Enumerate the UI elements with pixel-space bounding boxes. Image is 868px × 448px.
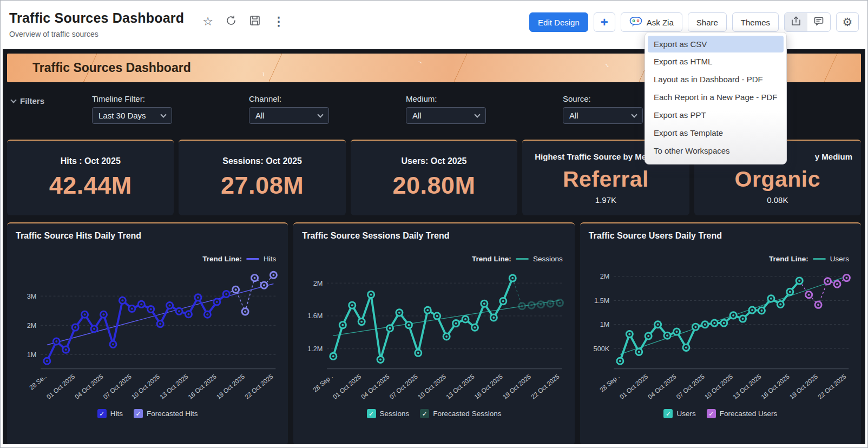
export-button[interactable] [785,13,807,31]
kebab-menu-icon[interactable]: ⋮ [273,16,285,28]
checkbox-forecasted-users[interactable]: ✓Forecasted Users [707,409,778,418]
themes-button[interactable]: Themes [732,12,779,32]
chart-legend: Trend Line:Sessions [298,255,570,263]
filter-select-medium[interactable]: All [406,107,486,124]
refresh-icon[interactable] [225,15,237,29]
menu-item-each-report-in-a-new-page-pdf[interactable]: Each Report in a New Page - PDF [645,88,786,106]
filter-select-value: All [255,111,265,120]
chart-plot-hits: 1M2M3M28 Se..01 Oct 202504 Oct 202507 Oc… [11,264,284,408]
chart-panel-users: Traffic Source Users Daily TrendTrend Li… [580,222,861,444]
export-icon [791,16,801,29]
filter-select-timeline-filter[interactable]: Last 30 Days [92,107,172,124]
chart-title: Traffic Source Hits Daily Trend [11,231,284,241]
ask-zia-button[interactable]: Ask Zia [621,12,682,32]
checkbox-label: Forecasted Hits [147,410,198,418]
svg-text:10 Oct 2025: 10 Oct 2025 [416,373,448,400]
svg-text:1M: 1M [600,320,609,328]
menu-item-layout-as-in-dashboard-pdf[interactable]: Layout as in Dashboard - PDF [645,70,786,88]
menu-item-export-as-template[interactable]: Export as Template [645,124,786,142]
settings-button[interactable]: ⚙ [836,12,859,32]
filters-toggle[interactable]: Filters [11,96,44,106]
legend-series-name: Sessions [533,255,563,263]
star-icon[interactable]: ☆ [202,16,213,28]
checkbox-box: ✓ [134,409,143,418]
svg-text:3M: 3M [27,292,37,300]
checkbox-users[interactable]: ✓Users [663,409,695,418]
filter-select-channel[interactable]: All [249,107,329,124]
svg-text:22 Oct 2025: 22 Oct 2025 [816,373,847,400]
app-window: Traffic Sources Dashboard Overview of tr… [0,0,868,448]
check-icon: ✓ [135,410,141,418]
legend-line-sample [813,258,826,260]
kpi-value: 20.80M [392,172,475,200]
filter-label: Medium: [406,94,486,103]
kpi-value: 27.08M [221,172,304,200]
comments-button[interactable] [807,13,830,31]
kpi-title: Sessions: Oct 2025 [179,156,345,166]
checkbox-box: ✓ [707,409,716,418]
save-icon[interactable] [249,15,261,29]
svg-text:1.6M: 1.6M [307,312,323,320]
svg-text:19 Oct 2025: 19 Oct 2025 [215,373,246,400]
svg-text:28 Se..: 28 Se.. [28,373,48,391]
svg-text:01 Oct 2025: 01 Oct 2025 [618,373,649,400]
chart-legend: Trend Line:Hits [11,255,284,263]
checkbox-box: ✓ [97,409,107,418]
check-icon: ✓ [422,410,428,418]
chart-checkbox-row: ✓Sessions✓Forecasted Sessions [298,409,570,418]
kpi-value: Organic [735,167,820,192]
zia-icon [629,16,642,29]
filter-select-value: Last 30 Days [98,111,146,120]
chevron-down-icon [631,111,637,117]
edit-design-button[interactable]: Edit Design [529,12,588,32]
svg-text:1.5M: 1.5M [594,297,609,305]
filter-label: Source: [563,94,643,103]
share-button[interactable]: Share [688,12,727,32]
svg-text:04 Oct 2025: 04 Oct 2025 [646,373,678,400]
checkbox-label: Hits [110,410,123,418]
legend-series-name: Users [830,255,849,263]
check-icon: ✓ [708,410,714,418]
checkbox-forecasted-sessions[interactable]: ✓Forecasted Sessions [420,409,501,418]
kpi-card-2: Sessions: Oct 202527.08M [179,140,345,215]
menu-item-to-other-workspaces[interactable]: To other Workspaces [645,142,786,160]
checkbox-label: Forecasted Sessions [433,410,501,418]
filter-select-source[interactable]: All [563,107,643,124]
page-subtitle: Overview of traffic sources [9,30,184,38]
svg-text:13 Oct 2025: 13 Oct 2025 [731,373,762,400]
chart-title: Traffic Source Users Daily Trend [584,231,857,241]
svg-text:04 Oct 2025: 04 Oct 2025 [74,373,105,400]
kpi-title: Users: Oct 2025 [351,156,517,166]
menu-item-export-as-html[interactable]: Export as HTML [645,52,786,70]
checkbox-sessions[interactable]: ✓Sessions [367,409,410,418]
svg-text:07 Oct 2025: 07 Oct 2025 [102,373,133,400]
kpi-card-1: Hits : Oct 202542.44M [7,140,174,215]
checkbox-hits[interactable]: ✓Hits [97,409,123,418]
kpi-subvalue: 1.97K [595,195,616,205]
menu-item-export-as-csv[interactable]: Export as CSV [648,36,784,52]
chart-checkbox-row: ✓Hits✓Forecasted Hits [11,409,284,418]
svg-text:07 Oct 2025: 07 Oct 2025 [674,373,706,400]
filter-field-source: Source:All [563,94,643,124]
chart-legend: Trend Line:Users [584,255,857,263]
svg-text:10 Oct 2025: 10 Oct 2025 [130,373,161,400]
chart-panel-hits: Traffic Source Hits Daily TrendTrend Lin… [7,222,288,444]
checkbox-forecasted-hits[interactable]: ✓Forecasted Hits [134,409,198,418]
legend-label: Trend Line: [472,255,511,263]
legend-line-sample [516,258,529,260]
kpi-card-3: Users: Oct 202520.80M [351,140,517,215]
chart-title: Traffic Source Sessions Daily Trend [298,231,570,241]
legend-line-sample [246,258,259,260]
checkbox-label: Users [676,410,695,418]
svg-text:04 Oct 2025: 04 Oct 2025 [360,373,391,400]
chevron-down-icon [474,111,480,117]
checkbox-box: ✓ [420,409,429,418]
menu-item-export-as-ppt[interactable]: Export as PPT [645,106,786,124]
filter-select-value: All [412,111,422,120]
add-button[interactable]: + [594,12,615,32]
svg-text:28 Sep .: 28 Sep . [312,373,334,393]
svg-text:01 Oct 2025: 01 Oct 2025 [332,373,363,400]
kpi-value: 42.44M [49,172,132,200]
kpi-value: Referral [563,167,649,192]
plus-icon: + [601,16,608,29]
